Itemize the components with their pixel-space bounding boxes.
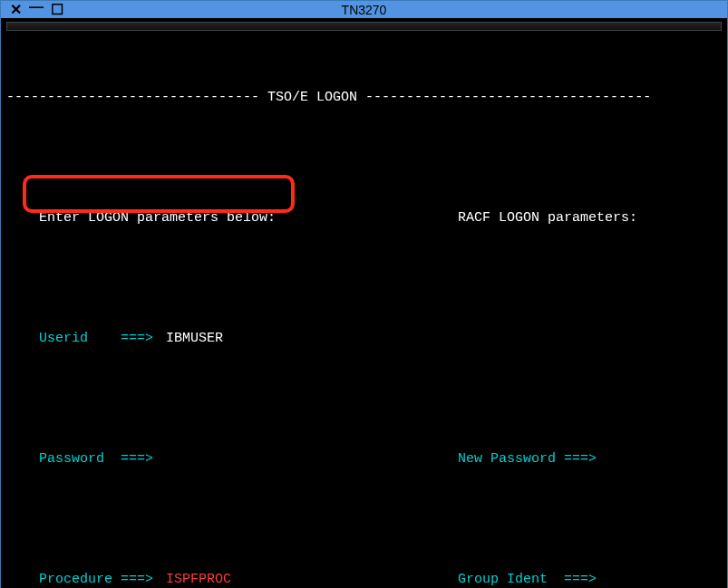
scrollbar[interactable] xyxy=(6,20,722,31)
tso-logon-screen[interactable]: ------------------------------- TSO/E LO… xyxy=(6,33,722,588)
arrow-icon: ===> xyxy=(121,332,166,352)
enter-params-label: Enter LOGON parameters below: xyxy=(39,211,276,231)
terminal-area: ------------------------------- TSO/E LO… xyxy=(1,18,727,588)
screen-title: TSO/E LOGON xyxy=(267,91,357,111)
arrow-icon: ===> xyxy=(564,572,597,587)
password-highlight xyxy=(23,175,295,213)
group-ident-label: Group Ident xyxy=(458,572,548,587)
arrow-icon: ===> xyxy=(564,451,597,467)
header-dash-left: ------------------------------- xyxy=(6,91,267,111)
app-window: ✕ — ☐ TN3270 ---------------------------… xyxy=(0,0,728,588)
window-title: TN3270 xyxy=(1,3,727,17)
close-icon[interactable]: ✕ xyxy=(10,1,22,18)
header-dash-right: ----------------------------------- xyxy=(357,91,651,111)
new-password-label: New Password xyxy=(458,451,556,467)
arrow-icon: ===> xyxy=(121,452,166,472)
userid-field[interactable]: IBMUSER xyxy=(166,332,223,352)
titlebar: ✕ — ☐ TN3270 xyxy=(1,1,727,18)
procedure-label: Procedure xyxy=(39,573,121,588)
minimize-icon[interactable]: — xyxy=(29,0,44,15)
procedure-field[interactable]: ISPFPROC xyxy=(166,573,231,588)
arrow-icon: ===> xyxy=(121,573,166,588)
password-label: Password xyxy=(39,452,121,472)
racf-params-label: RACF LOGON parameters: xyxy=(458,211,637,225)
maximize-icon[interactable]: ☐ xyxy=(51,1,63,18)
userid-label: Userid xyxy=(39,332,121,352)
